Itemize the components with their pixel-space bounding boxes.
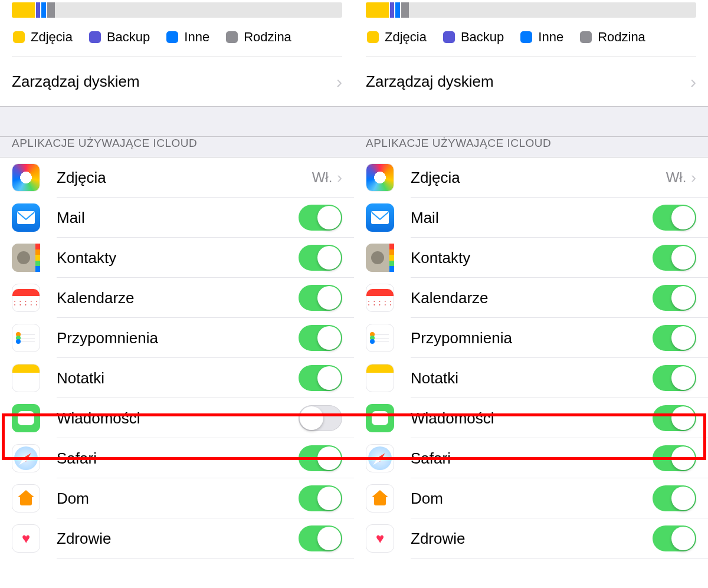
mail-icon bbox=[366, 203, 394, 232]
manage-storage-row[interactable]: Zarządzaj dyskiem› bbox=[0, 57, 354, 106]
health-icon: ♥ bbox=[366, 524, 394, 553]
chevron-right-icon: › bbox=[691, 169, 696, 187]
toggle-reminders[interactable] bbox=[653, 325, 696, 351]
legend-label: Inne bbox=[538, 29, 563, 45]
photos-icon bbox=[12, 163, 40, 192]
row-label-health: Zdrowie bbox=[57, 530, 299, 548]
notes-icon bbox=[366, 364, 394, 392]
row-health: ♥Zdrowie bbox=[0, 518, 354, 559]
messages-icon bbox=[366, 404, 394, 432]
contacts-icon bbox=[12, 244, 40, 272]
row-label-notes: Notatki bbox=[411, 369, 653, 387]
row-label-mail: Mail bbox=[411, 209, 653, 227]
toggle-home[interactable] bbox=[653, 485, 696, 511]
legend-swatch-yellow bbox=[367, 31, 379, 43]
row-label-messages: Wiadomości bbox=[411, 409, 653, 428]
row-home: Dom bbox=[0, 478, 354, 518]
toggle-calendar[interactable] bbox=[653, 285, 696, 311]
storage-segment-grey bbox=[47, 2, 55, 18]
storage-segment-yellow bbox=[12, 2, 35, 18]
safari-icon bbox=[12, 444, 40, 472]
row-safari: Safari bbox=[354, 438, 708, 478]
toggle-reminders[interactable] bbox=[299, 325, 342, 351]
toggle-home[interactable] bbox=[299, 485, 342, 511]
storage-segment-blue bbox=[36, 2, 40, 18]
row-detail-photos: Wł. bbox=[312, 169, 333, 186]
settings-column-0: ZdjęciaBackupInneRodzinaZarządzaj dyskie… bbox=[0, 0, 354, 559]
storage-segment-grey bbox=[401, 2, 409, 18]
toggle-contacts[interactable] bbox=[653, 245, 696, 271]
legend-item-blue: Backup bbox=[443, 29, 504, 45]
legend-label: Rodzina bbox=[244, 29, 291, 45]
row-label-contacts: Kontakty bbox=[57, 249, 299, 267]
legend-label: Inne bbox=[184, 29, 209, 45]
legend-swatch-cyan bbox=[520, 31, 532, 43]
chevron-right-icon: › bbox=[336, 73, 342, 91]
row-safari: Safari bbox=[0, 438, 354, 478]
row-label-notes: Notatki bbox=[57, 369, 299, 387]
toggle-mail[interactable] bbox=[299, 205, 342, 231]
toggle-notes[interactable] bbox=[299, 365, 342, 391]
legend-item-yellow: Zdjęcia bbox=[367, 29, 427, 45]
toggle-contacts[interactable] bbox=[299, 245, 342, 271]
row-label-photos: Zdjęcia bbox=[57, 169, 312, 187]
legend-swatch-cyan bbox=[166, 31, 178, 43]
legend-label: Backup bbox=[461, 29, 504, 45]
section-header: APLIKACJE UŻYWAJĄCE ICLOUD bbox=[354, 137, 708, 157]
row-contacts: Kontakty bbox=[0, 238, 354, 278]
row-label-messages: Wiadomości bbox=[57, 409, 299, 428]
storage-segment-cyan bbox=[395, 2, 399, 18]
toggle-mail[interactable] bbox=[653, 205, 696, 231]
row-label-reminders: Przypomnienia bbox=[411, 329, 653, 347]
home-icon bbox=[366, 484, 394, 513]
mail-icon bbox=[12, 203, 40, 232]
row-label-home: Dom bbox=[411, 490, 653, 508]
row-label-contacts: Kontakty bbox=[411, 249, 653, 267]
reminders-icon bbox=[12, 324, 40, 352]
storage-segment-blue bbox=[390, 2, 394, 18]
toggle-messages[interactable] bbox=[653, 405, 696, 431]
toggle-messages[interactable] bbox=[299, 405, 342, 431]
row-calendar: • • • • •• • • • •Kalendarze bbox=[354, 278, 708, 318]
row-label-safari: Safari bbox=[411, 449, 653, 468]
manage-storage-label: Zarządzaj dyskiem bbox=[12, 73, 140, 91]
safari-icon bbox=[366, 444, 394, 472]
row-label-photos: Zdjęcia bbox=[411, 169, 666, 187]
calendar-icon: • • • • •• • • • • bbox=[12, 284, 40, 312]
row-notes: Notatki bbox=[354, 358, 708, 398]
row-label-home: Dom bbox=[57, 490, 299, 508]
manage-storage-row[interactable]: Zarządzaj dyskiem› bbox=[354, 57, 708, 106]
row-label-health: Zdrowie bbox=[411, 530, 653, 548]
storage-segment-cyan bbox=[41, 2, 45, 18]
toggle-safari[interactable] bbox=[653, 445, 696, 471]
settings-column-1: ZdjęciaBackupInneRodzinaZarządzaj dyskie… bbox=[354, 0, 708, 559]
toggle-notes[interactable] bbox=[653, 365, 696, 391]
storage-legend: ZdjęciaBackupInneRodzina bbox=[12, 18, 342, 57]
chevron-right-icon: › bbox=[337, 169, 342, 187]
row-label-reminders: Przypomnienia bbox=[57, 329, 299, 347]
notes-icon bbox=[12, 364, 40, 392]
row-home: Dom bbox=[354, 478, 708, 518]
storage-section: ZdjęciaBackupInneRodzina bbox=[354, 2, 708, 57]
legend-item-blue: Backup bbox=[89, 29, 150, 45]
group-gap bbox=[354, 106, 708, 137]
row-photos[interactable]: ZdjęciaWł.› bbox=[354, 157, 708, 198]
legend-label: Rodzina bbox=[598, 29, 645, 45]
storage-section: ZdjęciaBackupInneRodzina bbox=[0, 2, 354, 57]
legend-item-yellow: Zdjęcia bbox=[13, 29, 73, 45]
row-label-calendar: Kalendarze bbox=[411, 289, 653, 307]
home-icon bbox=[12, 484, 40, 513]
row-photos[interactable]: ZdjęciaWł.› bbox=[0, 157, 354, 198]
row-health: ♥Zdrowie bbox=[354, 518, 708, 559]
row-reminders: Przypomnienia bbox=[354, 318, 708, 358]
toggle-health[interactable] bbox=[653, 525, 696, 551]
storage-bar bbox=[366, 2, 696, 18]
toggle-health[interactable] bbox=[299, 525, 342, 551]
row-mail: Mail bbox=[354, 198, 708, 238]
toggle-safari[interactable] bbox=[299, 445, 342, 471]
legend-item-grey: Rodzina bbox=[226, 29, 291, 45]
toggle-calendar[interactable] bbox=[299, 285, 342, 311]
legend-label: Zdjęcia bbox=[31, 29, 73, 45]
storage-segment-yellow bbox=[366, 2, 389, 18]
row-calendar: • • • • •• • • • •Kalendarze bbox=[0, 278, 354, 318]
